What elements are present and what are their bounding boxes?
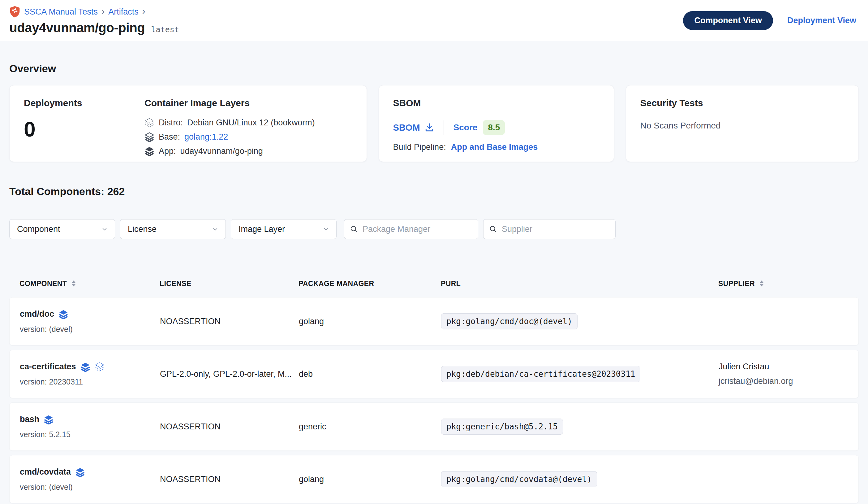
component-version: version: 5.2.15 — [20, 430, 160, 439]
layer-base-row: Base: golang:1.22 — [144, 132, 352, 142]
search-icon — [489, 225, 497, 233]
table-row: bash version: 5.2.15 NOASSERTION generic… — [9, 402, 859, 451]
top-header: SSCA Manual Tests › Artifacts › uday4vun… — [0, 0, 868, 41]
security-tests-title: Security Tests — [640, 98, 844, 108]
component-name: bash — [20, 414, 39, 424]
component-view-button[interactable]: Component View — [683, 11, 773, 30]
overview-heading: Overview — [9, 62, 859, 74]
sbom-download-link[interactable]: SBOM — [393, 123, 434, 133]
sort-icon[interactable] — [759, 280, 764, 287]
column-label: PURL — [441, 280, 461, 288]
sbom-score-label: Score — [454, 123, 478, 132]
license-filter-dropdown[interactable]: License — [120, 219, 226, 239]
components-table-header: COMPONENT LICENSE PACKAGE MANAGER PURL S… — [9, 278, 859, 290]
layer-label: App: — [159, 147, 176, 156]
license-cell: NOASSERTION — [160, 422, 299, 432]
breadcrumb-separator: › — [142, 7, 145, 17]
component-filter-dropdown[interactable]: Component — [9, 219, 115, 239]
dropdown-label: License — [128, 224, 156, 234]
component-name: ca-certificates — [20, 362, 76, 372]
column-label: COMPONENT — [20, 280, 67, 288]
sbom-title: SBOM — [393, 98, 599, 108]
supplier-search-input[interactable] — [502, 224, 610, 234]
column-component[interactable]: COMPONENT — [20, 280, 159, 288]
sort-icon[interactable] — [71, 280, 76, 287]
breadcrumb: SSCA Manual Tests › Artifacts › — [9, 6, 179, 18]
breadcrumb-separator: › — [102, 7, 105, 17]
chevron-down-icon — [101, 225, 108, 233]
package-manager-cell: golang — [299, 317, 441, 326]
image-layer-filter-dropdown[interactable]: Image Layer — [231, 219, 337, 239]
component-version: version: 20230311 — [20, 377, 160, 386]
supplier-cell: Julien Cristau jcristau@debian.org — [719, 362, 858, 386]
deployments-count: 0 — [24, 117, 144, 141]
component-version: version: (devel) — [20, 325, 160, 334]
license-cell: NOASSERTION — [160, 317, 299, 326]
overview-cards: Deployments 0 Container Image Layers — [9, 85, 859, 162]
chevron-down-icon — [322, 225, 330, 233]
dropdown-label: Image Layer — [238, 224, 285, 234]
sbom-score-badge: 8.5 — [483, 120, 505, 135]
package-manager-cell: deb — [299, 369, 441, 379]
component-version: version: (devel) — [20, 483, 160, 492]
build-pipeline-link[interactable]: App and Base Images — [451, 142, 538, 152]
breadcrumb-link-artifacts[interactable]: Artifacts — [108, 7, 138, 17]
layer-label: Base: — [159, 132, 180, 142]
supplier-name: Julien Cristau — [719, 362, 858, 372]
container-image-layers-title: Container Image Layers — [144, 98, 352, 108]
purl-badge[interactable]: pkg:generic/bash@5.2.15 — [441, 419, 563, 435]
purl-badge[interactable]: pkg:golang/cmd/doc@(devel) — [441, 313, 578, 330]
package-manager-search — [344, 219, 478, 239]
filters-row: Component License Image Layer — [9, 219, 859, 239]
search-icon — [350, 225, 358, 233]
license-cell: GPL-2.0-only, GPL-2.0-or-later, M... — [160, 369, 299, 379]
layer-value: uday4vunnam/go-ping — [180, 147, 263, 156]
column-supplier[interactable]: SUPPLIER — [718, 280, 859, 288]
deployments-title: Deployments — [24, 98, 144, 108]
sbom-card: SBOM SBOM Score 8.5 Build — [379, 85, 614, 162]
purl-badge[interactable]: pkg:deb/debian/ca-certificates@20230311 — [441, 366, 640, 382]
column-purl: PURL — [441, 280, 718, 288]
component-name: cmd/doc — [20, 309, 54, 319]
column-label: LICENSE — [159, 280, 191, 288]
chevron-down-icon — [211, 225, 219, 233]
column-package-manager: PACKAGE MANAGER — [299, 280, 441, 288]
table-row: ca-certificates version: 20230311 GPL-2.… — [9, 350, 859, 398]
security-tests-card: Security Tests No Scans Performed — [626, 85, 859, 162]
supplier-email: jcristau@debian.org — [719, 376, 858, 386]
layers-outline-icon — [95, 362, 105, 372]
layers-filled-icon — [75, 467, 85, 477]
layers-half-icon — [144, 132, 154, 142]
layer-label: Distro: — [159, 118, 183, 128]
page-title: uday4vunnam/go-ping — [9, 20, 145, 35]
layers-filled-icon — [144, 146, 154, 156]
column-label: SUPPLIER — [718, 280, 755, 288]
package-manager-cell: golang — [299, 475, 441, 484]
deployments-layers-card: Deployments 0 Container Image Layers — [9, 85, 367, 162]
download-icon[interactable] — [424, 123, 434, 132]
layers-filled-icon — [44, 414, 53, 424]
artifact-tag: latest — [151, 25, 179, 34]
deployment-view-link[interactable]: Deployment View — [787, 16, 856, 26]
license-cell: NOASSERTION — [160, 475, 299, 484]
layers-filled-icon — [80, 362, 90, 372]
security-tests-status: No Scans Performed — [640, 121, 844, 131]
breadcrumb-link-project[interactable]: SSCA Manual Tests — [24, 7, 98, 17]
component-name: cmd/covdata — [20, 467, 71, 477]
column-label: PACKAGE MANAGER — [299, 280, 374, 288]
layer-value: Debian GNU/Linux 12 (bookworm) — [187, 118, 315, 128]
layers-filled-icon — [59, 309, 68, 319]
package-manager-search-input[interactable] — [363, 224, 472, 234]
package-manager-cell: generic — [299, 422, 441, 432]
layer-distro-row: Distro: Debian GNU/Linux 12 (bookworm) — [144, 118, 352, 128]
total-components-heading: Total Components: 262 — [9, 185, 859, 198]
purl-badge[interactable]: pkg:golang/cmd/covdata@(devel) — [441, 471, 597, 487]
divider — [444, 120, 444, 135]
table-row: cmd/covdata version: (devel) NOASSERTION… — [9, 455, 859, 503]
build-pipeline-label: Build Pipeline: — [393, 142, 446, 152]
table-row: cmd/doc version: (devel) NOASSERTION gol… — [9, 297, 859, 345]
base-image-link[interactable]: golang:1.22 — [184, 132, 228, 142]
supplier-search — [483, 219, 616, 239]
ssca-shield-icon — [9, 6, 20, 18]
layer-app-row: App: uday4vunnam/go-ping — [144, 146, 352, 156]
